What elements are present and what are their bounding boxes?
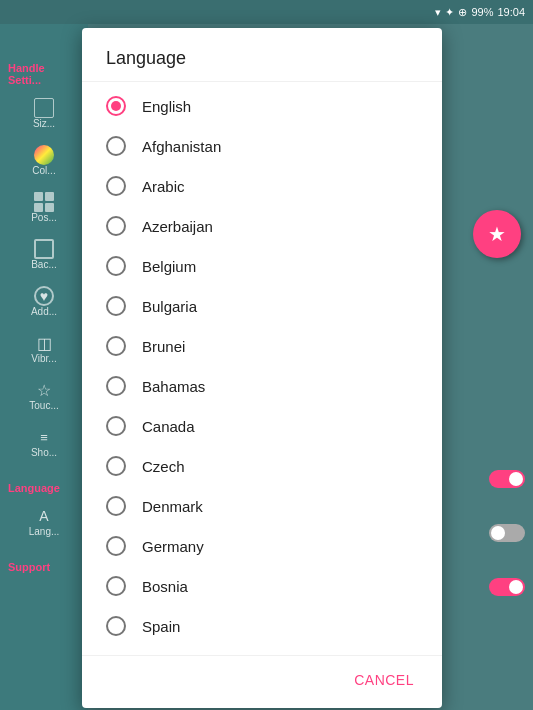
size-label: Siz... — [33, 118, 55, 129]
sidebar-item-vibration[interactable]: ◫ Vibr... — [0, 325, 88, 372]
battery-percent: 99% — [471, 6, 493, 18]
sidebar-item-show[interactable]: ≡ Sho... — [0, 419, 88, 466]
dialog-title: Language — [82, 28, 442, 82]
show-icon: ≡ — [34, 427, 54, 447]
language-label-brunei: Brunei — [142, 338, 185, 355]
sidebar: Handle Setti... Siz... Col... Pos... Bac… — [0, 24, 88, 710]
language-list: EnglishAfghanistanArabicAzerbaijanBelgiu… — [82, 82, 442, 655]
color-label: Col... — [32, 165, 55, 176]
radio-canada — [106, 416, 126, 436]
radio-denmark — [106, 496, 126, 516]
toggle-touch[interactable] — [489, 524, 525, 542]
language-item-bulgaria[interactable]: Bulgaria — [82, 286, 442, 326]
language-item-arabic[interactable]: Arabic — [82, 166, 442, 206]
vibration-label: Vibr... — [31, 353, 56, 364]
toggle-vibration[interactable] — [489, 470, 525, 488]
bluetooth-icon: ✦ — [445, 6, 454, 19]
radio-bosnia — [106, 576, 126, 596]
touch-label: Touc... — [29, 400, 58, 411]
language-item-bosnia[interactable]: Bosnia — [82, 566, 442, 606]
position-icon — [34, 192, 54, 212]
language-item-english[interactable]: English — [82, 86, 442, 126]
language-label-denmark: Denmark — [142, 498, 203, 515]
radio-belgium — [106, 256, 126, 276]
clock: 19:04 — [497, 6, 525, 18]
sidebar-item-language[interactable]: A Lang... — [0, 498, 88, 545]
background-label: Bac... — [31, 259, 57, 270]
language-item-germany[interactable]: Germany — [82, 526, 442, 566]
sidebar-item-position[interactable]: Pos... — [0, 184, 88, 231]
wifi-icon: ▾ — [435, 6, 441, 19]
language-item-brunei[interactable]: Brunei — [82, 326, 442, 366]
language-label-bulgaria: Bulgaria — [142, 298, 197, 315]
radio-afghanistan — [106, 136, 126, 156]
language-label-english: English — [142, 98, 191, 115]
language-item-czech[interactable]: Czech — [82, 446, 442, 486]
show-label: Sho... — [31, 447, 57, 458]
language-label-spain: Spain — [142, 618, 180, 635]
sidebar-item-background[interactable]: Bac... — [0, 231, 88, 278]
sidebar-item-size[interactable]: Siz... — [0, 90, 88, 137]
radio-azerbaijan — [106, 216, 126, 236]
cancel-button[interactable]: CANCEL — [342, 664, 426, 696]
toggle-show[interactable] — [489, 578, 525, 596]
background-icon — [34, 239, 54, 259]
language-label-canada: Canada — [142, 418, 195, 435]
language-item-canada[interactable]: Canada — [82, 406, 442, 446]
support-section-label: Support — [0, 553, 88, 577]
star-icon: ★ — [488, 222, 506, 246]
language-label-azerbaijan: Azerbaijan — [142, 218, 213, 235]
language-item-bahamas[interactable]: Bahamas — [82, 366, 442, 406]
language-label-czech: Czech — [142, 458, 185, 475]
handle-settings-label: Handle Setti... — [0, 54, 88, 90]
position-label: Pos... — [31, 212, 57, 223]
radio-arabic — [106, 176, 126, 196]
add-icon: ♥ — [34, 286, 54, 306]
language-icon: A — [34, 506, 54, 526]
radio-bulgaria — [106, 296, 126, 316]
radio-czech — [106, 456, 126, 476]
language-label-afghanistan: Afghanistan — [142, 138, 221, 155]
color-icon — [34, 145, 54, 165]
language-label-bosnia: Bosnia — [142, 578, 188, 595]
signal-icon: ⊕ — [458, 6, 467, 19]
vibration-icon: ◫ — [34, 333, 54, 353]
radio-germany — [106, 536, 126, 556]
sidebar-item-color[interactable]: Col... — [0, 137, 88, 184]
fab-button[interactable]: ★ — [473, 210, 521, 258]
language-label-germany: Germany — [142, 538, 204, 555]
toggle-area — [489, 470, 525, 596]
language-item-afghanistan[interactable]: Afghanistan — [82, 126, 442, 166]
language-item-belgium[interactable]: Belgium — [82, 246, 442, 286]
language-label-bahamas: Bahamas — [142, 378, 205, 395]
language-label-belgium: Belgium — [142, 258, 196, 275]
radio-english — [106, 96, 126, 116]
radio-brunei — [106, 336, 126, 356]
language-item-azerbaijan[interactable]: Azerbaijan — [82, 206, 442, 246]
status-bar: ▾ ✦ ⊕ 99% 19:04 — [0, 0, 533, 24]
sidebar-item-touch[interactable]: ☆ Touc... — [0, 372, 88, 419]
language-item-spain[interactable]: Spain — [82, 606, 442, 646]
add-label: Add... — [31, 306, 57, 317]
touch-icon: ☆ — [34, 380, 54, 400]
radio-spain — [106, 616, 126, 636]
language-dialog: Language EnglishAfghanistanArabicAzerbai… — [82, 28, 442, 708]
language-item-label: Lang... — [29, 526, 60, 537]
dialog-actions: CANCEL — [82, 655, 442, 708]
sidebar-item-add[interactable]: ♥ Add... — [0, 278, 88, 325]
language-section-label: Language — [0, 474, 88, 498]
radio-bahamas — [106, 376, 126, 396]
language-item-denmark[interactable]: Denmark — [82, 486, 442, 526]
size-icon — [34, 98, 54, 118]
language-label-arabic: Arabic — [142, 178, 185, 195]
language-item-ethiopia[interactable]: Ethiopia — [82, 646, 442, 655]
